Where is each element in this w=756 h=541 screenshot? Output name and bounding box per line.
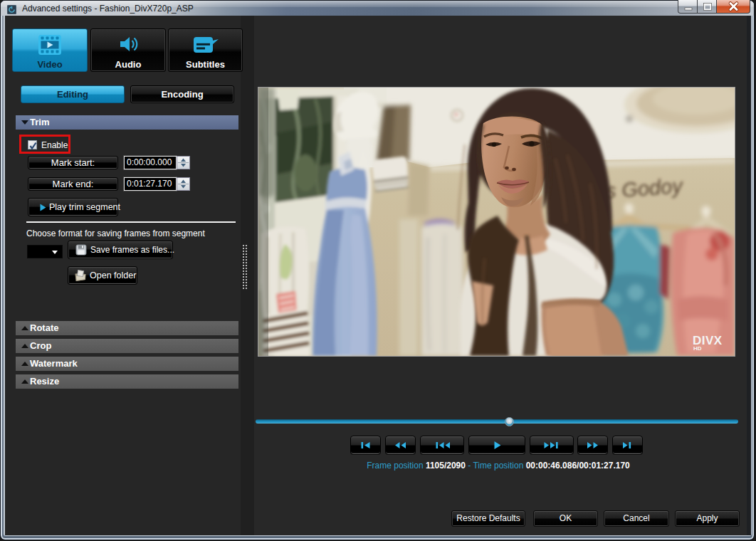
svg-text:HD: HD — [693, 345, 702, 352]
